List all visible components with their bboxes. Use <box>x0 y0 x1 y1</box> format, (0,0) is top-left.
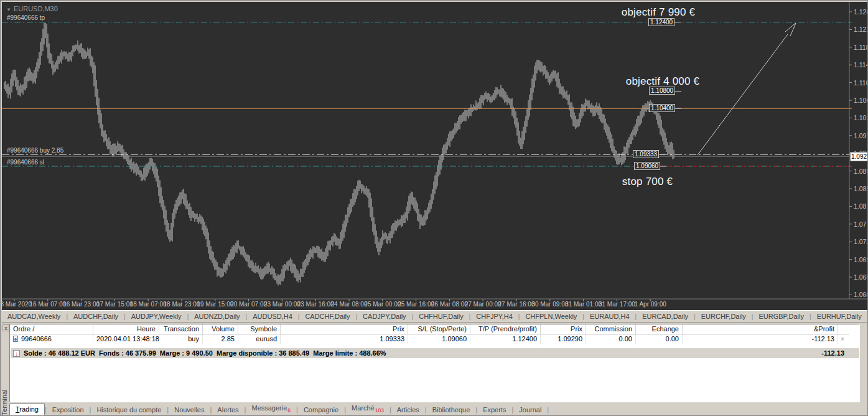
y-axis-label: 1.12230 <box>854 26 868 33</box>
orders-table: Ordre /HeureTransactionVolumeSymbolePrix… <box>9 324 860 402</box>
x-axis-label: 1 Apr 09:00 <box>624 301 676 308</box>
balance-row: ↓ Solde : 46 488.12 EUR Fonds : 46 375.9… <box>11 348 859 358</box>
chart-tab-audchf[interactable]: AUDCHF,Daily <box>68 311 124 321</box>
terminal-panel-title: Terminal <box>1 379 9 415</box>
order-tp-line-tag[interactable]: #99640666 tp <box>7 14 45 21</box>
column-header-filler <box>838 324 849 334</box>
terminal-tab-trading[interactable]: Trading <box>9 404 45 415</box>
terminal-close-button[interactable]: x <box>2 324 9 331</box>
chart-tab-eurgbp[interactable]: EURGBP,Daily <box>753 311 810 321</box>
order-cell: eurusd <box>238 334 281 344</box>
price-label-buy[interactable]: 1.09333 <box>633 150 659 158</box>
terminal-tab-journal[interactable]: Journal <box>513 405 547 415</box>
annotation-objective-4000[interactable]: objectif 4 000 € <box>600 75 725 88</box>
order-buy-line-tag[interactable]: #99640666 buy 2.85 <box>7 147 63 154</box>
terminal-tab-exposition[interactable]: Exposition <box>47 405 90 415</box>
chart-tab-bar: AUDCAD,Weekly|AUDCHF,Daily|AUDJPY,Weekly… <box>2 310 867 323</box>
chart-tab-chfhuf[interactable]: CHFHUF,Daily <box>413 311 469 321</box>
terminal-tab-nouvelles[interactable]: Nouvelles <box>169 405 210 415</box>
terminal-tab-alertes[interactable]: Alertes <box>212 405 244 415</box>
annotation-objective-7990[interactable]: objectif 7 990 € <box>596 6 721 19</box>
orders-table-header: Ordre /HeureTransactionVolumeSymbolePrix… <box>10 324 859 334</box>
y-axis-label: 1.07320 <box>854 238 868 245</box>
order-doc-icon <box>13 336 18 342</box>
column-header-heure[interactable]: Heure <box>93 324 159 334</box>
price-label-10400[interactable]: 1.10400 <box>649 104 675 112</box>
unread-badge: 103 <box>375 407 384 414</box>
price-label-tp[interactable]: 1.12400 <box>648 18 674 26</box>
y-axis-label: 1.11820 <box>854 44 868 51</box>
order-cell: 99640666 <box>10 334 93 344</box>
y-axis-label: 1.08550 <box>854 185 868 192</box>
y-axis-label: 1.07730 <box>854 220 868 228</box>
chart-symbol-label: ▼EURUSD,M30 <box>6 5 58 12</box>
chart-tab-euraud[interactable]: EURAUD,H4 <box>584 311 635 321</box>
balance-profit: -112.13 <box>821 349 844 357</box>
chart-tab-audusd[interactable]: AUDUSD,H4 <box>247 311 298 321</box>
y-axis-label: 1.06910 <box>854 256 868 263</box>
projection-arrow-shaft <box>698 34 788 155</box>
order-cell: -112.13 <box>683 334 838 344</box>
order-cell: 1.09333 <box>281 334 408 344</box>
chart-tab-audnzd[interactable]: AUDNZD,Daily <box>189 311 245 321</box>
column-header-echange[interactable]: Echange <box>636 324 683 334</box>
y-axis-label: 1.12640 <box>854 8 868 16</box>
chart-tab-eurhuf[interactable]: EURHUF,Daily <box>811 311 867 321</box>
column-header-symbole[interactable]: Symbole <box>238 324 281 334</box>
column-header-profit[interactable]: &Profit <box>683 324 838 334</box>
terminal-tab-march-[interactable]: Marché103 <box>346 403 390 415</box>
price-label-10800[interactable]: 1.10800 <box>649 87 675 95</box>
column-header-tpprendreprofit[interactable]: T/P (Prendre/profit) <box>470 324 541 334</box>
order-cell: 0.00 <box>636 334 683 344</box>
chart-tab-chfjpy[interactable]: CHFJPY,H4 <box>470 311 518 321</box>
column-header-ordre[interactable]: Ordre / <box>10 324 93 334</box>
terminal-panel: x Ordre /HeureTransactionVolumeSymbolePr… <box>2 323 867 415</box>
chevron-down-icon[interactable]: ▼ <box>6 7 11 12</box>
order-cell: 2.85 <box>203 334 238 344</box>
chart-tab-chfpln[interactable]: CHFPLN,Weekly <box>520 311 582 321</box>
unread-badge: 6 <box>287 407 291 414</box>
y-axis-label: 1.10190 <box>854 114 868 121</box>
y-axis-label: 1.08960 <box>854 168 868 175</box>
order-cell: 1.09290 <box>541 334 586 344</box>
column-header-transaction[interactable]: Transaction <box>159 324 203 334</box>
current-price-box: 1.09290 <box>850 152 868 161</box>
tab-divider: | <box>547 406 549 415</box>
terminal-tab-messagerie[interactable]: Messagerie6 <box>246 403 296 415</box>
terminal-tab-bibliotheque[interactable]: Bibliotheque <box>427 405 476 415</box>
terminal-tab-historique-du-compte[interactable]: Historique du compte <box>91 405 167 415</box>
y-axis-label: 1.09780 <box>854 132 868 139</box>
balance-summary: Solde : 46 488.12 EUR Fonds : 46 375.99 … <box>24 349 386 357</box>
chart-tab-eurchf[interactable]: EURCHF,Daily <box>696 311 752 321</box>
chart-tab-cadchf[interactable]: CADCHF,Daily <box>299 311 355 321</box>
y-axis-label: 1.08140 <box>854 202 868 210</box>
order-row[interactable]: 996406662020.04.01 13:48:18buy2.85eurusd… <box>10 334 859 344</box>
price-chart-canvas <box>2 2 867 310</box>
order-cell: buy <box>159 334 203 344</box>
chart-tab-audcad[interactable]: AUDCAD,Weekly <box>2 311 66 321</box>
chart-symbol-text: EURUSD,M30 <box>14 5 58 12</box>
column-header-commission[interactable]: Commission <box>586 324 636 334</box>
balance-arrow-icon: ↓ <box>13 350 20 357</box>
order-cell: 1.12400 <box>470 334 541 344</box>
column-header-slstopperte[interactable]: S/L (Stop/Perte) <box>408 324 470 334</box>
y-axis-label: 1.06090 <box>854 291 868 298</box>
mt4-terminal-window: ▼EURUSD,M30 #99640666 tp #99640666 buy 2… <box>0 0 868 416</box>
chart-panel[interactable]: ▼EURUSD,M30 #99640666 tp #99640666 buy 2… <box>2 2 867 310</box>
annotation-stop-700[interactable]: stop 700 € <box>596 176 699 188</box>
order-sl-line-tag[interactable]: #99640666 sl <box>7 159 44 166</box>
y-axis-label: 1.11410 <box>854 61 868 69</box>
terminal-tab-compagnie[interactable]: Compagnie <box>298 405 344 415</box>
order-close-icon[interactable]: × <box>838 334 849 344</box>
chart-tab-eurcad[interactable]: EURCAD,Daily <box>637 311 694 321</box>
chart-tab-cadjpy[interactable]: CADJPY,Daily <box>357 311 412 321</box>
column-header-volume[interactable]: Volume <box>203 324 238 334</box>
order-cell: 2020.04.01 13:48:18 <box>93 334 159 344</box>
column-header-prix[interactable]: Prix <box>281 324 408 334</box>
terminal-tab-articles[interactable]: Articles <box>391 405 425 415</box>
column-header-prix[interactable]: Prix <box>541 324 586 334</box>
terminal-tab-experts[interactable]: Experts <box>477 405 511 415</box>
chart-tab-audjpy[interactable]: AUDJPY,Weekly <box>126 311 187 321</box>
order-cell: 1.09060 <box>408 334 470 344</box>
price-label-sl[interactable]: 1.09060 <box>634 162 660 170</box>
